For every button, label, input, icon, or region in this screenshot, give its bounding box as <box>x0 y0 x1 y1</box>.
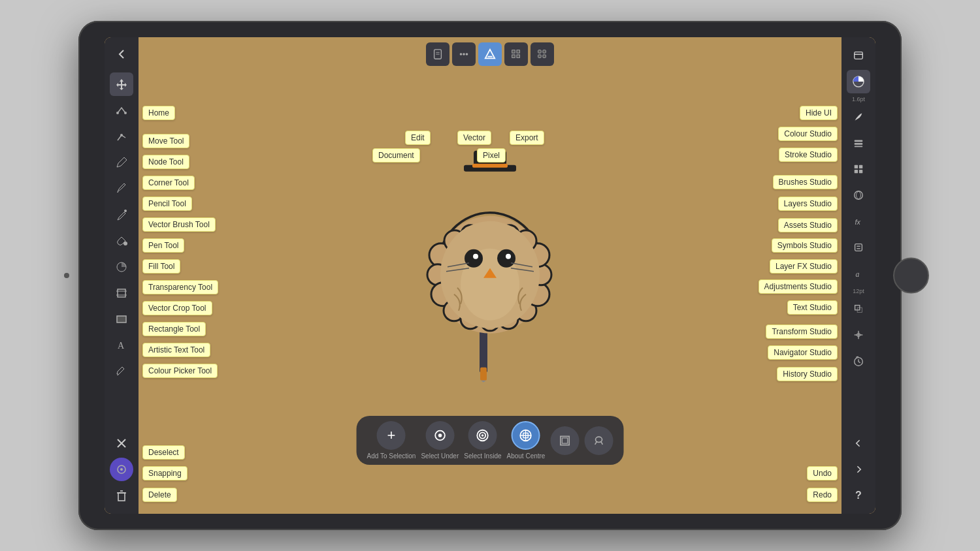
tooltip-delete[interactable]: Delete <box>142 488 177 502</box>
tooltip-snapping[interactable]: Snapping <box>142 466 188 480</box>
grid-btn[interactable] <box>504 42 528 66</box>
delete-btn[interactable] <box>110 484 133 507</box>
svg-rect-5 <box>472 164 508 168</box>
symbols-studio-icon-btn[interactable] <box>847 183 870 207</box>
tooltip-assets-studio[interactable]: Assets Studio <box>778 218 838 232</box>
svg-rect-41 <box>118 289 125 297</box>
tooltip-colour-studio[interactable]: Colour Studio <box>778 127 838 141</box>
tooltip-export-menu[interactable]: Export <box>510 131 544 145</box>
svg-point-37 <box>120 134 123 136</box>
affinity-btn[interactable] <box>478 42 502 66</box>
layer-fx-studio-icon-btn[interactable]: fx <box>847 210 870 233</box>
tablet-screen: A <box>105 37 875 514</box>
back-button[interactable] <box>110 42 133 66</box>
help-btn[interactable]: ? <box>847 484 870 507</box>
select-inside-btn[interactable] <box>468 421 497 450</box>
doc-btn[interactable] <box>426 42 449 66</box>
tooltip-layer-fx-studio[interactable]: Layer FX Studio <box>770 259 838 274</box>
colour-picker-tool-btn[interactable] <box>110 360 133 383</box>
transform-studio-icon-btn[interactable] <box>847 297 870 321</box>
svg-rect-88 <box>543 50 546 54</box>
svg-text:fx: fx <box>855 218 861 226</box>
svg-rect-58 <box>855 146 863 148</box>
assets-studio-icon-btn[interactable] <box>847 157 870 181</box>
tooltip-pen-tool: Pen Tool <box>142 238 184 253</box>
tooltip-undo[interactable]: Undo <box>807 466 838 480</box>
navigator-studio-icon-btn[interactable] <box>847 323 870 347</box>
transparency-tool-btn[interactable] <box>110 255 133 279</box>
tooltip-layers-studio[interactable]: Layers Studio <box>778 197 838 211</box>
tooltip-brushes-studio[interactable]: Brushes Studio <box>773 175 838 189</box>
vector-brush-tool-btn[interactable] <box>110 177 133 200</box>
svg-point-80 <box>466 53 468 55</box>
top-center-toolbar <box>426 42 554 66</box>
deselect-x-btn[interactable] <box>110 432 133 455</box>
tooltip-deselect[interactable]: Deselect <box>142 445 185 460</box>
tooltip-navigator-studio[interactable]: Navigator Studio <box>768 345 838 360</box>
brushes-studio-icon-btn[interactable] <box>847 105 870 129</box>
export-btn[interactable] <box>531 42 554 66</box>
owl-illustration <box>399 138 581 388</box>
hide-ui-icon-btn[interactable] <box>847 44 870 67</box>
layers-studio-icon-btn[interactable] <box>847 131 870 155</box>
svg-point-27 <box>497 249 515 268</box>
history-studio-icon-btn[interactable] <box>847 349 870 373</box>
node-tool-btn[interactable] <box>110 99 133 122</box>
move-tool-btn[interactable] <box>110 72 133 96</box>
extra-btn2[interactable] <box>584 426 613 455</box>
svg-rect-85 <box>512 55 515 58</box>
vector-crop-tool-btn[interactable] <box>110 281 133 305</box>
svg-rect-62 <box>859 170 862 173</box>
svg-rect-44 <box>117 316 126 323</box>
tooltip-fill-tool: Fill Tool <box>142 259 180 274</box>
tooltip-node-tool: Node Tool <box>142 155 189 169</box>
tooltip-edit-menu[interactable]: Edit <box>405 131 431 145</box>
select-under-btn[interactable] <box>425 421 454 450</box>
fill-tool-btn[interactable] <box>110 229 133 253</box>
tooltip-move-tool: Move Tool <box>142 134 189 148</box>
svg-point-36 <box>124 112 127 114</box>
select-under-group: Select Under <box>421 421 459 460</box>
tooltip-pixel-menu[interactable]: Pixel <box>477 148 506 163</box>
svg-text:a: a <box>856 270 860 279</box>
extra-btn1-group <box>550 426 579 455</box>
tooltip-transform-studio[interactable]: Transform Studio <box>766 324 838 339</box>
tooltip-home[interactable]: Home <box>142 106 175 120</box>
rectangle-tool-btn[interactable] <box>110 307 133 331</box>
svg-rect-84 <box>517 50 520 54</box>
pencil-tool-btn[interactable] <box>110 151 133 174</box>
home-button[interactable] <box>893 258 929 294</box>
svg-point-102 <box>595 437 602 442</box>
select-under-label: Select Under <box>421 452 459 460</box>
corner-tool-btn[interactable] <box>110 125 133 148</box>
tooltip-redo[interactable]: Redo <box>807 488 838 502</box>
tooltip-document-menu[interactable]: Document <box>372 148 420 163</box>
tooltip-hide-ui[interactable]: Hide UI <box>800 106 838 120</box>
tooltip-vector-menu[interactable]: Vector <box>457 131 491 145</box>
text-studio-icon-btn[interactable]: a <box>847 262 870 285</box>
about-centre-btn[interactable] <box>512 421 540 450</box>
tooltip-adjustments-studio[interactable]: Adjustments Studio <box>759 279 838 294</box>
pen-tool-btn[interactable] <box>110 203 133 227</box>
add-to-selection-btn[interactable]: + <box>377 421 406 450</box>
tooltip-text-studio[interactable]: Text Studio <box>787 300 838 315</box>
select-inside-label: Select Inside <box>464 452 501 460</box>
tooltip-stroke-studio[interactable]: Stroke Studio <box>779 148 838 162</box>
artistic-text-tool-btn[interactable]: A <box>110 334 133 357</box>
next-btn[interactable] <box>847 458 870 481</box>
adjustments-studio-icon-btn[interactable] <box>847 236 870 259</box>
colour-studio-icon-btn[interactable] <box>847 70 870 93</box>
tooltip-history-studio[interactable]: History Studio <box>777 367 838 381</box>
svg-point-26 <box>465 249 483 268</box>
svg-rect-59 <box>855 165 858 168</box>
prev-btn[interactable] <box>847 432 870 455</box>
about-centre-group: About Centre <box>507 421 546 460</box>
svg-point-29 <box>506 254 511 259</box>
more-btn[interactable] <box>452 42 476 66</box>
tooltip-symbols-studio[interactable]: Symbols Studio <box>772 238 838 253</box>
floating-toolbar: + Add To Selection Select Under Select I… <box>357 416 624 465</box>
snapping-btn[interactable] <box>110 458 133 481</box>
svg-rect-86 <box>517 55 520 58</box>
add-to-selection-group: + Add To Selection <box>367 421 416 460</box>
extra-btn1[interactable] <box>550 426 579 455</box>
